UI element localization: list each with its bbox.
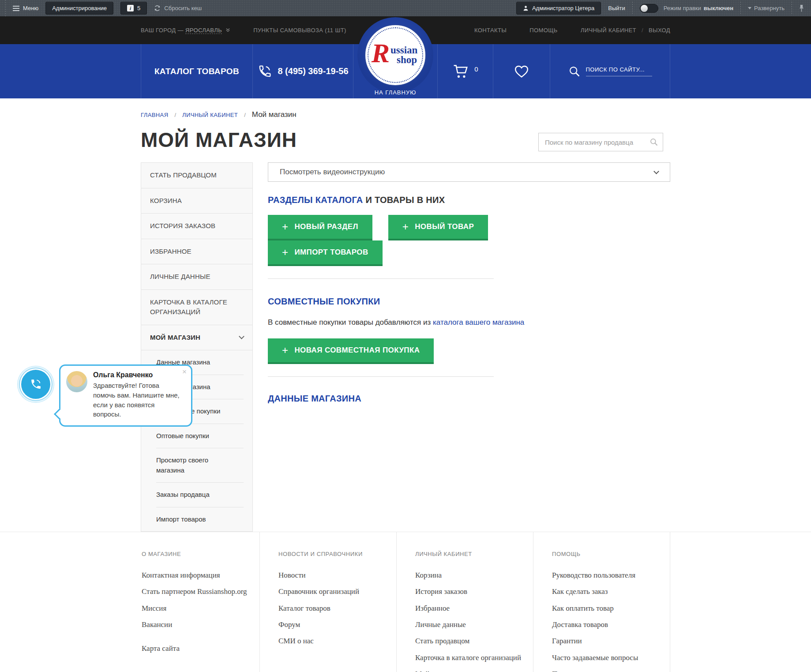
video-instruction-accordion[interactable]: Посмотреть видеоинструкцию bbox=[268, 162, 670, 182]
footer-link[interactable]: Справочник организаций bbox=[278, 586, 389, 597]
chat-bubble: × Ольга Кравченко Здравствуйте! Готова п… bbox=[59, 364, 192, 427]
new-section-label: НОВЫЙ РАЗДЕЛ bbox=[294, 222, 358, 231]
search-icon[interactable] bbox=[650, 138, 658, 146]
close-icon[interactable]: × bbox=[182, 368, 187, 376]
seller-search-input[interactable] bbox=[539, 133, 650, 151]
toolbar-divider bbox=[792, 2, 792, 15]
cart-button[interactable]: 0 bbox=[437, 44, 493, 98]
new-product-label: НОВЫЙ ТОВАР bbox=[415, 222, 474, 231]
refresh-icon bbox=[154, 5, 161, 11]
footer-link[interactable]: Форум bbox=[278, 619, 389, 631]
help-link[interactable]: ПОМОЩЬ bbox=[529, 27, 558, 34]
contacts-link[interactable]: КОНТАКТЫ bbox=[474, 27, 507, 34]
logo-letter: R bbox=[372, 39, 390, 67]
submenu-item[interactable]: Оптовые покупки bbox=[156, 424, 244, 449]
joint-purchases-text: В совместные покупки товары добавляются … bbox=[268, 318, 670, 327]
new-joint-purchase-label: НОВАЯ СОВМЕСТНАЯ ПОКУПКА bbox=[294, 346, 420, 355]
sidebar-item[interactable]: КАРТОЧКА В КАТАЛОГЕ ОРГАНИЗАЦИЙ bbox=[141, 290, 252, 325]
sidebar-item[interactable]: ИЗБРАННОЕ bbox=[141, 239, 252, 265]
catalog-button[interactable]: КАТАЛОГ ТОВАРОВ bbox=[154, 67, 239, 76]
footer-link[interactable]: Как оплатить товар bbox=[552, 603, 663, 614]
footer-link-sitemap[interactable]: Карта сайта bbox=[142, 643, 252, 654]
site-logo[interactable]: R ussian shop bbox=[357, 17, 433, 93]
shop-catalog-link[interactable]: каталога вашего магазина bbox=[433, 318, 524, 327]
footer-link[interactable]: Как сделать заказ bbox=[552, 586, 663, 597]
expand-label: Развернуть bbox=[754, 5, 785, 11]
joint-text-prefix: В совместные покупки товары добавляются … bbox=[268, 318, 433, 327]
catalog-sections-link[interactable]: РАЗДЕЛЫ КАТАЛОГА bbox=[268, 195, 363, 205]
footer-link[interactable]: Доставка товаров bbox=[552, 619, 663, 631]
footer-link[interactable]: Личные данные bbox=[415, 619, 526, 631]
notifications-button[interactable]: i 5 bbox=[120, 2, 147, 15]
chat-call-button[interactable] bbox=[21, 370, 50, 399]
sidebar-item-my-shop[interactable]: МОЙ МАГАЗИН bbox=[141, 325, 252, 351]
footer-link[interactable]: Избранное bbox=[415, 603, 526, 614]
breadcrumb-account[interactable]: ЛИЧНЫЙ КАБИНЕТ bbox=[182, 112, 238, 118]
exit-link[interactable]: ВЫХОД bbox=[649, 27, 670, 34]
administration-button[interactable]: Администрирование bbox=[45, 2, 113, 15]
submenu-item[interactable]: Просмотр своего магазина bbox=[156, 448, 244, 483]
logo-wordmark: ussian shop bbox=[390, 45, 417, 65]
footer-link[interactable]: Контактная информация bbox=[142, 570, 252, 581]
admin-user-button[interactable]: Администратор Цетера bbox=[516, 2, 601, 15]
admin-menu-label: Меню bbox=[23, 5, 38, 11]
footer-link[interactable]: Стать партнером Russianshop.org bbox=[142, 586, 252, 597]
section-divider bbox=[268, 376, 494, 377]
edit-mode-toggle[interactable] bbox=[640, 4, 658, 13]
clear-cache-button[interactable]: Сбросить кеш bbox=[154, 5, 202, 11]
new-joint-purchase-button[interactable]: + НОВАЯ СОВМЕСТНАЯ ПОКУПКА bbox=[268, 338, 434, 364]
cart-count-badge: 0 bbox=[474, 65, 478, 73]
admin-menu-button[interactable]: Меню bbox=[13, 5, 38, 11]
footer-link[interactable]: Гарантии bbox=[552, 635, 663, 647]
double-chevron-down-icon bbox=[225, 28, 230, 33]
pin-icon[interactable] bbox=[799, 4, 804, 12]
favorites-button[interactable] bbox=[493, 44, 550, 98]
site-header: КАТАЛОГ ТОВАРОВ 8 (495) 369-19-56 R ussi… bbox=[0, 44, 811, 98]
sidebar-item[interactable]: СТАТЬ ПРОДАВЦОМ bbox=[141, 163, 252, 188]
footer-link[interactable]: Стать продавцом bbox=[415, 635, 526, 647]
hamburger-icon bbox=[13, 6, 19, 11]
new-section-button[interactable]: + НОВЫЙ РАЗДЕЛ bbox=[268, 215, 372, 240]
section-divider bbox=[268, 278, 494, 279]
sidebar-item[interactable]: КОРЗИНА bbox=[141, 188, 252, 214]
footer-link[interactable]: История заказов bbox=[415, 586, 526, 597]
footer-link[interactable]: Вакансии bbox=[142, 619, 252, 631]
admin-user-label: Администратор Цетера bbox=[532, 5, 594, 11]
footer-link[interactable]: Часто задаваемые вопросы bbox=[552, 652, 663, 664]
footer-column-title: ПОМОЩЬ bbox=[552, 551, 663, 557]
city-link[interactable]: ЯРОСЛАВЛЬ bbox=[185, 27, 222, 34]
footer-link[interactable]: СМИ о нас bbox=[278, 635, 389, 647]
sidebar-item[interactable]: ИСТОРИЯ ЗАКАЗОВ bbox=[141, 214, 252, 239]
footer-link[interactable]: Корзина bbox=[415, 570, 526, 581]
accordion-label: Посмотреть видеоинструкцию bbox=[280, 168, 385, 176]
logout-button[interactable]: Выйти bbox=[608, 5, 625, 11]
import-products-button[interactable]: + ИМПОРТ ТОВАРОВ bbox=[268, 240, 383, 266]
footer-link[interactable]: Миссия bbox=[142, 603, 252, 614]
phone-icon bbox=[29, 378, 42, 391]
footer-link[interactable]: Пользовательское соглашение bbox=[552, 668, 663, 672]
header-phone: 8 (495) 369-19-56 bbox=[278, 66, 348, 76]
footer-column-news: НОВОСТИ И СПРАВОЧНИКИ НовостиСправочник … bbox=[259, 532, 396, 672]
site-search[interactable]: ПОИСК ПО САЙТУ... bbox=[550, 44, 670, 98]
city-selector[interactable]: ВАШ ГОРОД — ЯРОСЛАВЛЬ bbox=[141, 27, 230, 34]
expand-button[interactable]: Развернуть bbox=[748, 5, 785, 11]
footer-link[interactable]: Карточка в каталоге организаций bbox=[415, 652, 526, 664]
submenu-item[interactable]: Импорт товаров bbox=[156, 507, 244, 532]
footer-column-help: ПОМОЩЬ Руководство пользователяКак сдела… bbox=[533, 532, 670, 672]
footer-link[interactable]: Мой магазин bbox=[415, 668, 526, 672]
submenu-item[interactable]: Заказы продавца bbox=[156, 483, 244, 507]
user-icon bbox=[523, 5, 529, 11]
footer-link[interactable]: Каталог товаров bbox=[278, 603, 389, 614]
toolbar-divider bbox=[632, 2, 633, 15]
pickup-points-link[interactable]: ПУНКТЫ САМОВЫВОЗА (11 ШТ) bbox=[253, 27, 346, 34]
sidebar-item[interactable]: ЛИЧНЫЕ ДАННЫЕ bbox=[141, 264, 252, 290]
admin-toolbar: Меню Администрирование i 5 Сбросить кеш … bbox=[0, 0, 811, 16]
breadcrumb-home[interactable]: ГЛАВНАЯ bbox=[141, 112, 168, 118]
home-link[interactable]: НА ГЛАВНУЮ bbox=[353, 89, 437, 96]
footer-link[interactable]: Новости bbox=[278, 570, 389, 581]
footer-column-title: О МАГАЗИНЕ bbox=[142, 551, 252, 557]
footer-link[interactable]: Руководство пользователя bbox=[552, 570, 663, 581]
seller-search-box bbox=[538, 133, 663, 151]
new-product-button[interactable]: + НОВЫЙ ТОВАР bbox=[388, 215, 488, 240]
account-link[interactable]: ЛИЧНЫЙ КАБИНЕТ bbox=[581, 27, 636, 34]
